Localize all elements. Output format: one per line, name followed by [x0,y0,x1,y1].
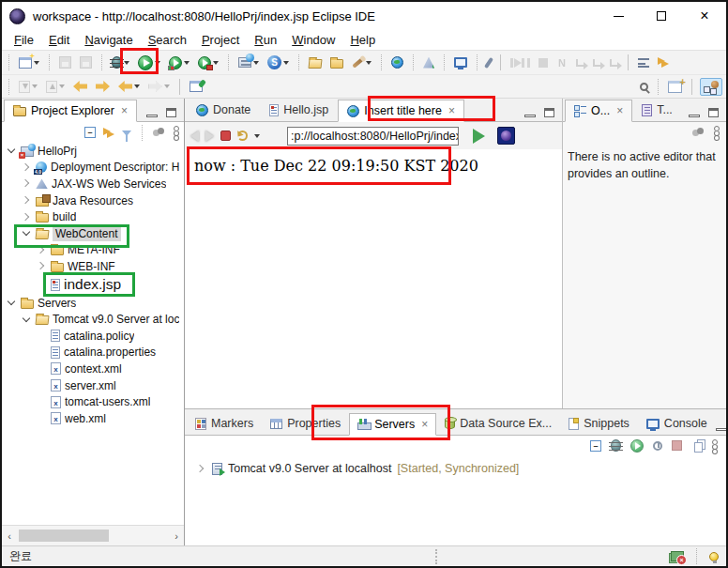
menu-project[interactable]: Project [195,31,246,49]
tree-item-java-resources[interactable]: Java Resources [2,192,184,209]
tab-hello-jsp[interactable]: Hello.jsp [260,99,338,121]
expander-icon[interactable] [196,464,204,471]
maximize-button[interactable] [640,2,683,30]
menu-edit[interactable]: Edit [42,31,76,49]
browser-back-button[interactable] [190,130,199,142]
close-tab-icon[interactable]: × [448,104,455,117]
mark-occurrences-button[interactable] [350,59,373,67]
expander-icon[interactable] [23,314,30,321]
view-menu-button[interactable] [712,439,717,453]
step-return-button[interactable] [608,57,620,69]
expander-icon[interactable] [8,298,15,305]
run-button[interactable] [136,54,162,72]
link-with-editor-button[interactable] [103,128,114,138]
browser-forward-button[interactable] [205,130,214,142]
close-tab-icon[interactable]: × [616,104,623,117]
refresh-dropdown-icon[interactable] [254,134,260,138]
tab-outline[interactable]: O...× [565,100,632,122]
expander-icon[interactable] [37,262,44,269]
tree-item-context-xml[interactable]: xcontext.xml [2,361,184,377]
minimize-editor-button[interactable] [524,115,536,117]
stop-server-button[interactable] [672,440,682,451]
expander-icon[interactable] [22,163,29,171]
tree-item-jaxws[interactable]: JAX-WS Web Services [2,176,184,192]
profile-server-button[interactable] [653,441,662,451]
forward-history-button[interactable] [146,79,172,94]
minimize-button[interactable] [597,2,640,30]
focus-button[interactable] [692,128,705,137]
tab-data-source-explorer[interactable]: Data Source Ex... [436,412,560,435]
tree-item-web-xml[interactable]: xweb.xml [2,410,184,427]
expander-icon[interactable] [8,146,15,153]
resume-button[interactable] [508,56,515,69]
view-menu-button[interactable] [714,126,719,139]
close-button[interactable]: × [683,2,726,30]
pin-editor-button[interactable] [188,79,205,94]
link-with-debug-button[interactable] [656,55,671,69]
tree-item-meta-inf[interactable]: META-INF [2,242,184,259]
view-menu-button[interactable] [174,126,178,139]
minimize-view-button[interactable] [146,115,158,117]
suspend-button[interactable] [520,56,532,69]
tree-item-tomcat[interactable]: Tomcat v9.0 Server at loc [2,311,184,328]
expander-icon[interactable] [37,246,44,253]
menu-window[interactable]: Window [285,31,341,49]
tab-insert-title-here[interactable]: Insert title here× [338,100,464,122]
tree-item-helloprj[interactable]: HelloPrj [2,143,184,160]
expander-icon[interactable] [23,228,30,236]
minimize-view-button[interactable] [689,115,700,117]
debug-button[interactable] [110,54,131,70]
expander-icon[interactable] [22,196,29,204]
scroll-left-icon[interactable]: ‹ [2,530,17,542]
tree-item-catalina-properties[interactable]: catalina.properties [2,345,184,361]
tree-item-web-inf[interactable]: WEB-INF [2,258,184,275]
menu-run[interactable]: Run [248,31,283,49]
tree-item-catalina-policy[interactable]: catalina.policy [2,328,184,345]
web-services-explorer-button[interactable] [421,55,436,70]
import-button[interactable] [307,55,324,70]
save-all-button[interactable] [78,54,94,70]
search-button[interactable] [638,81,650,93]
web-browser-button[interactable] [389,54,405,70]
expander-icon[interactable] [22,179,29,187]
quick-access-button[interactable] [485,55,493,70]
maximize-view-button[interactable] [166,108,176,117]
expander-icon[interactable] [22,212,29,220]
browser-refresh-button[interactable] [237,130,248,141]
tree-item-tomcat-users-xml[interactable]: xtomcat-users.xml [2,393,184,410]
tree-item-webcontent[interactable]: WebContent [2,225,184,242]
console-view-button[interactable] [452,55,469,69]
new-wizard-button[interactable] [17,55,41,70]
tab-console[interactable]: Console [638,412,716,435]
export-button[interactable] [328,55,345,70]
step-over-button[interactable] [591,57,603,69]
debug-server-button[interactable] [611,439,621,452]
disconnect-button[interactable]: N [554,55,569,70]
minimize-view-button[interactable] [716,428,727,431]
use-step-filters-button[interactable] [636,56,651,69]
run-external-tools-button[interactable] [196,54,220,71]
new-server-button[interactable] [236,55,261,69]
tab-markers[interactable]: Markers [187,412,262,435]
notifications-icon[interactable] [709,552,719,561]
menu-file[interactable]: File [8,31,40,49]
external-browser-button[interactable] [497,127,515,145]
coverage-button[interactable] [167,54,191,71]
next-annotation-button[interactable] [17,79,39,95]
tab-properties[interactable]: Properties [262,412,349,435]
tab-servers[interactable]: Servers× [349,413,436,436]
close-tab-icon[interactable]: × [421,418,428,431]
open-perspective-button[interactable] [666,79,684,95]
next-edit-location-button[interactable] [94,79,112,94]
tab-donate[interactable]: Donate [187,99,260,121]
maximize-view-button[interactable] [708,108,719,117]
tree-item-deployment-descriptor[interactable]: Deployment Descriptor: H [2,160,184,177]
scrollbar-thumb[interactable] [19,530,109,542]
tree-item-build[interactable]: build [2,208,184,225]
new-service-button[interactable]: S [265,54,291,71]
java-ee-perspective-button[interactable] [700,78,722,96]
horizontal-scrollbar[interactable]: ‹ › [2,525,184,545]
back-history-button[interactable] [116,79,142,94]
last-edit-location-button[interactable] [71,79,89,94]
go-button[interactable] [473,129,485,144]
